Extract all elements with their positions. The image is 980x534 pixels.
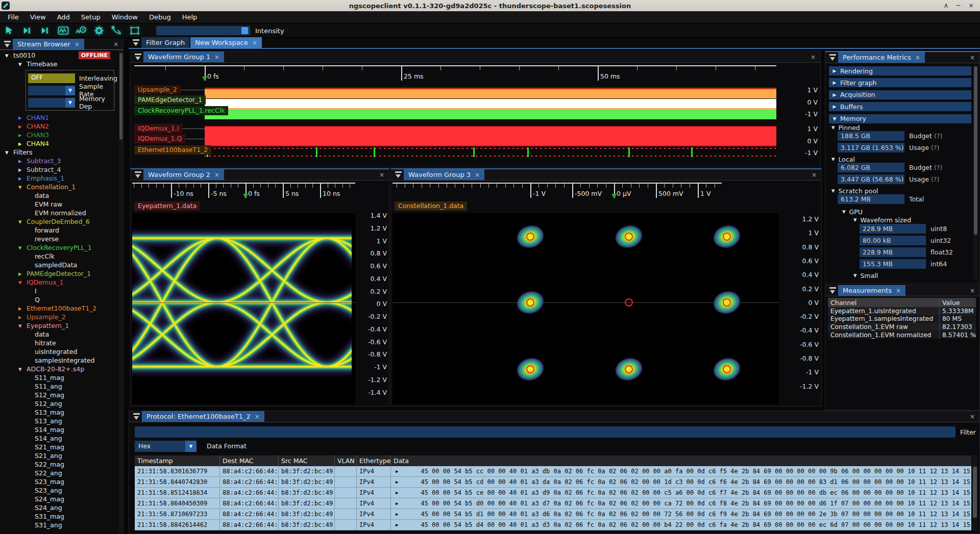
protocol-packet-row[interactable]: 21:31:58.844074283088:a4:c2:66:44:ddb8:3… xyxy=(135,477,971,488)
group3-voltage-ruler[interactable]: -1 V-500 mV0 µV500 mV1 V xyxy=(391,183,821,201)
group1-time-ruler[interactable]: 0 fs25 ms50 ms xyxy=(131,65,820,84)
tree-item-couplerdeembed-6[interactable]: ▼CouplerDeEmbed_6 xyxy=(0,217,118,226)
single-trigger-button[interactable] xyxy=(19,24,36,37)
trace-label-clockrecoverypll-1-recclk[interactable]: ClockRecoveryPLL_1.recClk xyxy=(134,106,228,115)
column-header-value[interactable]: Value xyxy=(940,299,976,307)
intensity-slider[interactable] xyxy=(156,26,250,35)
close-panel-icon[interactable]: × xyxy=(965,53,979,63)
memory-value-usage[interactable]: 3.447 GB (56.68 %) xyxy=(838,174,904,184)
memory-value-float32[interactable]: 228.9 MB xyxy=(860,247,926,257)
tree-item-eyepattern-1[interactable]: ▼Eyepattern_1 xyxy=(0,321,118,330)
tree-item-forward[interactable]: forward xyxy=(0,226,118,235)
window-menu-icon[interactable] xyxy=(133,413,140,420)
tree-item-timebase[interactable]: ▼Timebase xyxy=(0,60,118,68)
memory-dep-dropdown[interactable]: ▼ xyxy=(28,98,75,108)
tree-item-iqdemux-1[interactable]: ▼IQDemux_1 xyxy=(0,278,118,287)
tree-item-chan3[interactable]: ▶CHAN3 xyxy=(0,131,118,139)
trigger-marker-icon[interactable] xyxy=(243,194,248,198)
probe-button[interactable] xyxy=(109,24,125,37)
column-header-timestamp[interactable]: Timestamp xyxy=(135,455,220,466)
tab-performance-metrics[interactable]: Performance Metrics× xyxy=(838,52,925,63)
close-icon[interactable]: × xyxy=(75,41,80,48)
expand-arrow-icon[interactable]: ▶ xyxy=(396,522,398,527)
tree-item-s31-mag[interactable]: S31_mag xyxy=(0,512,118,521)
protocol-packet-row[interactable]: 21:31:58.851241863488:a4:c2:66:44:ddb8:3… xyxy=(135,488,971,498)
minimize-button[interactable]: − xyxy=(955,0,961,11)
tree-item-s12-mag[interactable]: S12_mag xyxy=(0,391,118,399)
memory-value-budget[interactable]: 6.082 GB xyxy=(838,163,904,172)
memory-tree-gpu[interactable]: ▼GPU xyxy=(842,208,863,216)
shade-button[interactable]: ∧ xyxy=(944,0,949,11)
tree-item-data[interactable]: data xyxy=(0,330,118,339)
waveform-pamedgedetector-1[interactable] xyxy=(205,99,776,109)
tab-new-workspace[interactable]: New Workspace× xyxy=(190,37,262,48)
close-icon[interactable]: × xyxy=(475,171,480,179)
scrollbar-thumb[interactable] xyxy=(974,66,977,235)
close-icon[interactable]: × xyxy=(896,287,901,294)
trigger-start-button[interactable] xyxy=(2,24,18,37)
column-header-vlan[interactable]: VLAN xyxy=(335,455,357,466)
trace-label-upsample-2[interactable]: Upsample_2 xyxy=(134,85,181,94)
window-menu-icon[interactable] xyxy=(4,41,11,48)
close-panel-icon[interactable]: × xyxy=(375,170,389,180)
window-menu-icon[interactable] xyxy=(132,39,140,46)
memory-value-int64[interactable]: 155.3 MB xyxy=(860,259,926,269)
close-icon[interactable]: × xyxy=(252,39,257,46)
tree-item-i[interactable]: I xyxy=(0,287,118,295)
tree-item-s23-ang[interactable]: S23_ang xyxy=(0,486,118,495)
tree-item-s22-ang[interactable]: S22_ang xyxy=(0,469,118,477)
sidebar-scrollbar[interactable] xyxy=(119,50,123,534)
window-menu-icon[interactable] xyxy=(829,287,837,294)
tree-item-hitrate[interactable]: hitrate xyxy=(0,339,118,347)
menu-window[interactable]: Window xyxy=(106,12,143,22)
tree-item-filters[interactable]: ▼Filters xyxy=(0,148,118,157)
tab-waveform-group-2[interactable]: Waveform Group 2× xyxy=(143,169,224,180)
memory-tree-pinned[interactable]: ▼Pinned xyxy=(831,123,860,132)
column-header-channel[interactable]: Channel xyxy=(828,299,940,307)
tree-item-uisintegrated[interactable]: uisIntegrated xyxy=(0,347,118,356)
tree-item-ethernet100baset1-2[interactable]: ▶Ethernet100baseT1_2 xyxy=(0,304,118,313)
chevron-down-icon[interactable]: ▼ xyxy=(185,441,197,452)
memory-tree-local[interactable]: ▼Local xyxy=(831,155,855,163)
trace-label-iqdemux-1-i[interactable]: IQDemux_1.I xyxy=(134,124,182,133)
tree-item-chan1[interactable]: ▶CHAN1 xyxy=(0,113,118,122)
memory-tree-waveform-sized[interactable]: ▼Waveform sized xyxy=(853,216,911,224)
tree-item-s11-mag[interactable]: S11_mag xyxy=(0,373,118,382)
window-menu-icon[interactable] xyxy=(829,54,837,61)
tab-waveform-group-3[interactable]: Waveform Group 3× xyxy=(404,169,484,180)
intensity-slider-handle[interactable] xyxy=(241,27,248,34)
tree-item-evm-raw[interactable]: EVM raw xyxy=(0,200,118,209)
close-panel-icon[interactable]: × xyxy=(807,170,821,180)
tree-item-samplesintegrated[interactable]: samplesIntegrated xyxy=(0,356,118,365)
column-header-src-mac[interactable]: Src MAC xyxy=(279,455,335,466)
trace-label-eyepattern-data[interactable]: Eyepattern_1.data xyxy=(134,201,200,211)
tree-item-chan2[interactable]: ▶CHAN2 xyxy=(0,122,118,131)
measurement-row[interactable]: Constellation_1.EVM raw82.17303 xyxy=(828,323,976,331)
close-panel-icon[interactable]: × xyxy=(965,286,979,296)
tab-protocol-ethernet[interactable]: Protocol: Ethernet100baseT1_2× xyxy=(142,411,264,422)
menu-debug[interactable]: Debug xyxy=(143,12,177,22)
tree-item-s24-ang[interactable]: S24_ang xyxy=(0,503,118,512)
tree-item-s14-mag[interactable]: S14_mag xyxy=(0,425,118,434)
section-header-filter-graph[interactable]: ▶Filter graph xyxy=(829,78,971,87)
measurement-row[interactable]: Eyepattern_1.uisIntegrated5.33338M xyxy=(828,307,976,315)
close-panel-icon[interactable]: × xyxy=(965,412,979,422)
memory-tree-scratch-pool[interactable]: ▼Scratch pool xyxy=(831,187,878,195)
tree-item-subtract-3[interactable]: ▶Subtract_3 xyxy=(0,157,118,165)
trace-label-iqdemux-1-q[interactable]: IQDemux_1.Q xyxy=(134,134,185,143)
tree-item-chan4[interactable]: ▶CHAN4 xyxy=(0,139,118,148)
eye-diagram-plot[interactable] xyxy=(132,213,355,404)
expand-arrow-icon[interactable]: ▶ xyxy=(396,479,398,485)
protocol-packet-row[interactable]: 21:31:58.884261446288:a4:c2:66:44:ddb8:3… xyxy=(135,520,971,530)
memory-value-uint32[interactable]: 80.00 kB xyxy=(860,236,926,245)
close-panel-icon[interactable]: × xyxy=(806,52,820,62)
memory-value-uint8[interactable]: 228.9 MB xyxy=(860,224,926,234)
tree-item-s24-mag[interactable]: S24_mag xyxy=(0,495,118,503)
window-menu-icon[interactable] xyxy=(134,54,142,61)
interleaving-toggle-button[interactable]: OFF xyxy=(28,73,75,83)
menu-file[interactable]: File xyxy=(2,12,24,22)
close-icon[interactable]: × xyxy=(255,413,260,420)
waveform-upsample-2[interactable] xyxy=(205,88,776,98)
close-icon[interactable]: × xyxy=(214,171,219,179)
tab-waveform-group-1[interactable]: Waveform Group 1× xyxy=(143,52,224,62)
